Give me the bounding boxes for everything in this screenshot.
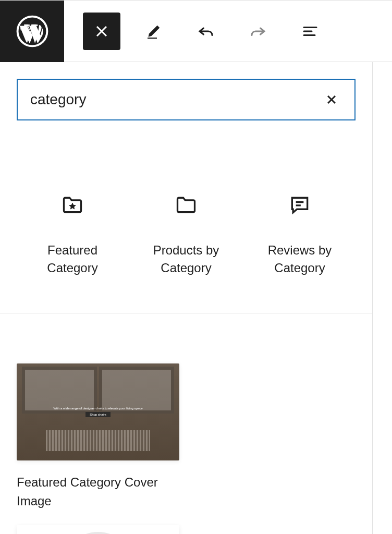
pattern-thumbnail: Black and white high-quality prints Shop… — [17, 525, 179, 534]
toolbar-actions — [64, 13, 329, 50]
svg-rect-1 — [148, 38, 157, 39]
pencil-icon — [144, 22, 163, 41]
search-input[interactable] — [30, 91, 321, 108]
search-field[interactable] — [17, 79, 356, 120]
block-label: Reviews by Category — [248, 241, 352, 276]
patterns-results: With a wide range of designer chairs to … — [0, 313, 372, 534]
block-products-by-category[interactable]: Products by Category — [134, 193, 238, 276]
clear-search-button[interactable] — [321, 89, 342, 110]
pattern-featured-category-cover-image[interactable]: With a wide range of designer chairs to … — [17, 363, 179, 511]
pattern-label: Featured Category Cover Image — [17, 473, 179, 511]
folder-star-icon — [61, 193, 84, 216]
redo-icon — [249, 22, 267, 41]
document-overview-button[interactable] — [291, 13, 329, 50]
pattern-thumbnail: With a wide range of designer chairs to … — [17, 363, 179, 460]
pattern-featured-category-focus[interactable]: Black and white high-quality prints Shop… — [17, 525, 179, 534]
content-area: Featured Category Products by Category — [0, 62, 392, 534]
block-label: Products by Category — [134, 241, 238, 276]
edit-tool-button[interactable] — [135, 13, 173, 50]
comment-icon — [288, 193, 311, 216]
block-reviews-by-category[interactable]: Reviews by Category — [248, 193, 352, 276]
redo-button[interactable] — [239, 13, 277, 50]
close-icon — [92, 22, 111, 41]
inserter-panel: Featured Category Products by Category — [0, 62, 373, 534]
editor-toolbar — [0, 1, 392, 62]
close-inserter-button[interactable] — [83, 13, 120, 50]
block-label: Featured Category — [20, 241, 125, 276]
folder-icon — [175, 193, 198, 216]
search-wrap — [0, 62, 372, 120]
undo-icon — [197, 22, 215, 41]
close-icon — [324, 92, 339, 107]
list-view-icon — [301, 22, 320, 41]
blocks-results: Featured Category Products by Category — [0, 120, 372, 313]
wordpress-logo[interactable] — [0, 1, 64, 62]
undo-button[interactable] — [187, 13, 225, 50]
block-featured-category[interactable]: Featured Category — [20, 193, 125, 276]
